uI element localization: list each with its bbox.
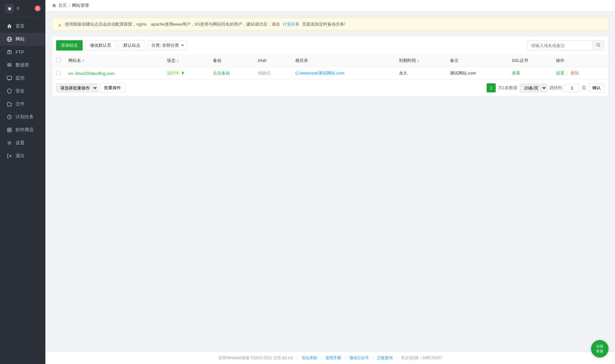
sidebar-label-ftp: FTP — [16, 50, 24, 55]
add-site-button[interactable]: 添加站点 — [56, 40, 83, 51]
site-action-cell: 设置 | 删除 — [552, 67, 608, 80]
footer-link-manual[interactable]: 使用手册 — [325, 356, 341, 360]
search-button[interactable] — [593, 41, 604, 50]
search-icon — [596, 43, 601, 47]
col-expire: 到期时间 ↓ — [395, 54, 446, 67]
sidebar-label-database: 数据库 — [16, 62, 29, 68]
table-container: 添加站点 修改默认页 默认站点 分类: 全部分类 — [52, 36, 609, 96]
sidebar-label-website: 网站 — [16, 36, 25, 42]
col-status: 状态 ↓ — [163, 54, 209, 67]
batch-select-area: 请选择批量操作 批量操作 — [56, 83, 125, 93]
footer-divider-3: | — [345, 356, 346, 360]
chevron-down-icon — [181, 45, 184, 46]
sidebar-item-appstore[interactable]: 软件商店 — [0, 123, 45, 136]
default-site-button[interactable]: 默认站点 — [119, 40, 145, 51]
footer-divider-1: | — [297, 356, 298, 360]
search-box — [527, 41, 604, 51]
backup-link[interactable]: 点击备份 — [213, 71, 230, 76]
ssl-view-link[interactable]: 查看 — [512, 71, 520, 76]
footer-link-forum[interactable]: 论坛求助 — [302, 356, 317, 360]
sidebar-label-logout: 退出 — [16, 153, 25, 159]
online-service-button[interactable]: 在线 客服 — [591, 340, 609, 358]
col-remark: 备注 — [446, 54, 508, 67]
footer-qq-group: 售后QQ群：608172437 — [401, 356, 442, 360]
site-delete-link[interactable]: 删除 — [571, 71, 579, 76]
sidebar-label-settings: 设置 — [16, 140, 25, 146]
main-content: 首页 / 网站管理 ▲ 使用面板创建站点后会自动配置权限，nginx、apach… — [45, 0, 615, 364]
site-settings-link[interactable]: 设置 — [556, 71, 564, 76]
sidebar-item-home[interactable]: 首页 — [0, 20, 45, 33]
search-input[interactable] — [528, 41, 593, 50]
online-service-line2: 客服 — [596, 349, 603, 354]
sidebar-label-security: 安全 — [16, 88, 25, 94]
breadcrumb-home-link[interactable]: 首页 — [58, 3, 67, 8]
sidebar-label-cron: 计划任务 — [16, 114, 34, 120]
current-page-number[interactable]: 1 — [487, 83, 496, 92]
category-select[interactable]: 分类: 全部分类 — [148, 41, 187, 50]
footer-link-verify[interactable]: 正版查询 — [377, 356, 393, 360]
rootdir-link[interactable]: C:/wwwroot/测试网站.com — [295, 71, 344, 76]
sidebar-item-database[interactable]: 数据库 — [0, 59, 45, 72]
security-icon — [6, 88, 12, 94]
website-icon — [6, 36, 12, 42]
row-select-checkbox[interactable] — [56, 71, 61, 75]
monitor-icon — [6, 75, 12, 81]
footer-divider-4: | — [373, 356, 373, 360]
run-icon — [182, 71, 184, 75]
sidebar-item-monitor[interactable]: 监控 — [0, 72, 45, 85]
site-status-text: 运行中 — [167, 71, 180, 76]
sidebar-label-files: 文件 — [16, 101, 25, 107]
sidebar-item-website[interactable]: 网站 — [0, 33, 45, 46]
footer-divider-2: | — [321, 356, 322, 360]
page-size-select[interactable]: 20条/页 — [520, 84, 547, 92]
sidebar-item-cron[interactable]: 计划任务 — [0, 111, 45, 123]
site-backup-cell: 点击备份 — [209, 67, 254, 80]
sidebar-item-logout[interactable]: 退出 — [0, 149, 45, 162]
sidebar-label-monitor: 监控 — [16, 75, 25, 81]
sidebar-logo: ▣ — [5, 4, 14, 13]
select-all-checkbox[interactable] — [56, 58, 61, 63]
sidebar-header: ▣ iti 0 — [0, 0, 45, 17]
pagination-bar: 请选择批量操作 批量操作 1 共1条数据 20条/页 跳转到 页 确认 — [52, 79, 608, 96]
col-action: 操作 — [552, 54, 608, 67]
site-remark-cell: 测试网站.com — [446, 67, 508, 80]
files-icon — [6, 101, 12, 107]
footer-link-wechat[interactable]: 微信公众号 — [349, 356, 369, 360]
notice-link-cron[interactable]: 计划任务 — [283, 21, 300, 27]
col-ssl: SSL证书 — [508, 54, 552, 67]
breadcrumb-current: 网站管理 — [72, 3, 89, 8]
col-backup: 备份 — [209, 54, 254, 67]
svg-line-12 — [9, 117, 10, 118]
sidebar-label-home: 首页 — [16, 23, 25, 29]
footer: 宝塔Windows面板 ©2014-2021 宝塔 (bt.cn) | 论坛求助… — [45, 352, 615, 364]
total-count-text: 共1条数据 — [498, 85, 517, 91]
table-row: xn--0zw220abodfog.com 运行中 点击备份 纯静态 — [52, 67, 608, 80]
sidebar-label-appstore: 软件商店 — [16, 127, 34, 133]
svg-rect-13 — [7, 128, 9, 130]
sidebar-item-files[interactable]: 文件 — [0, 98, 45, 111]
notice-text-after: 页面添加定时备份任务! — [302, 21, 346, 27]
sidebar-item-security[interactable]: 安全 — [0, 85, 45, 98]
site-name-link[interactable]: xn--0zw220abodfog.com — [68, 71, 114, 76]
online-service-line1: 在线 — [596, 344, 603, 349]
batch-operation-select[interactable]: 请选择批量操作 — [56, 84, 98, 92]
jump-confirm-button[interactable]: 确认 — [589, 83, 604, 92]
site-expire-cell: 永久 — [395, 67, 446, 80]
sidebar-nav: 首页 网站 FTP 数据库 — [0, 17, 45, 364]
sidebar-item-settings[interactable]: 设置 — [0, 136, 45, 149]
breadcrumb-home-icon — [52, 3, 56, 8]
modify-default-page-button[interactable]: 修改默认页 — [85, 40, 116, 51]
site-rootdir-cell: C:/wwwroot/测试网站.com — [291, 67, 395, 80]
svg-point-17 — [9, 142, 10, 144]
sidebar-item-ftp[interactable]: FTP — [0, 46, 45, 59]
site-status-cell: 运行中 — [163, 67, 209, 80]
remark-text: 测试网站.com — [450, 71, 476, 76]
footer-copyright: 宝塔Windows面板 ©2014-2021 宝塔 (bt.cn) — [218, 356, 293, 360]
page-body: ▲ 使用面板创建站点后会自动配置权限，nginx、apache使用www用户，I… — [45, 11, 615, 352]
notice-text-before: 使用面板创建站点后会自动配置权限，nginx、apache使用www用户，IIS… — [65, 21, 280, 27]
col-php: PHP — [254, 54, 291, 67]
jump-to-page-input[interactable] — [565, 84, 579, 92]
batch-operation-button[interactable]: 批量操作 — [100, 83, 125, 93]
svg-rect-7 — [7, 76, 12, 79]
site-php-cell: 纯静态 — [254, 67, 291, 80]
